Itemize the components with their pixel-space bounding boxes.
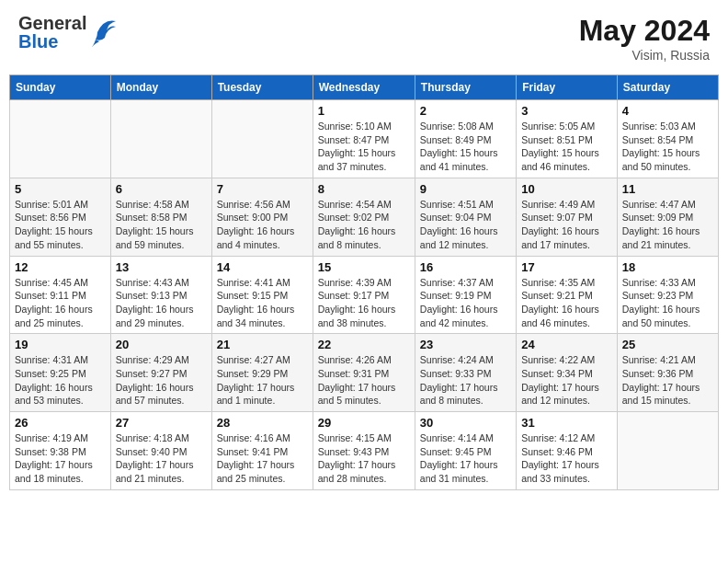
weekday-header-wednesday: Wednesday: [313, 75, 415, 100]
calendar-week-3: 12Sunrise: 4:45 AM Sunset: 9:11 PM Dayli…: [10, 256, 719, 334]
calendar-cell: 16Sunrise: 4:37 AM Sunset: 9:19 PM Dayli…: [415, 256, 516, 334]
calendar-week-5: 26Sunrise: 4:19 AM Sunset: 9:38 PM Dayli…: [10, 412, 719, 490]
day-info: Sunrise: 4:58 AM Sunset: 8:58 PM Dayligh…: [116, 198, 207, 252]
weekday-header-thursday: Thursday: [415, 75, 516, 100]
calendar-cell: 23Sunrise: 4:24 AM Sunset: 9:33 PM Dayli…: [415, 334, 516, 412]
calendar-cell: 26Sunrise: 4:19 AM Sunset: 9:38 PM Dayli…: [10, 412, 111, 490]
day-info: Sunrise: 4:39 AM Sunset: 9:17 PM Dayligh…: [318, 276, 410, 330]
day-info: Sunrise: 4:16 AM Sunset: 9:41 PM Dayligh…: [217, 431, 308, 486]
logo-blue: Blue: [18, 32, 86, 51]
calendar-cell: 18Sunrise: 4:33 AM Sunset: 9:23 PM Dayli…: [617, 256, 718, 334]
title-block: May 2024 Visim, Russia: [579, 14, 710, 63]
calendar-cell: 21Sunrise: 4:27 AM Sunset: 9:29 PM Dayli…: [211, 334, 313, 412]
calendar-cell: [211, 100, 313, 178]
day-info: Sunrise: 4:37 AM Sunset: 9:19 PM Dayligh…: [420, 276, 511, 330]
calendar-week-1: 1Sunrise: 5:10 AM Sunset: 8:47 PM Daylig…: [10, 100, 719, 178]
day-info: Sunrise: 4:22 AM Sunset: 9:34 PM Dayligh…: [521, 353, 612, 408]
day-number: 25: [622, 338, 713, 351]
day-number: 13: [116, 260, 207, 274]
day-number: 7: [217, 182, 308, 196]
day-number: 23: [420, 338, 511, 351]
day-info: Sunrise: 4:27 AM Sunset: 9:29 PM Dayligh…: [217, 353, 308, 408]
day-info: Sunrise: 5:03 AM Sunset: 8:54 PM Dayligh…: [622, 120, 713, 174]
logo: General Blue: [18, 14, 118, 51]
day-number: 22: [318, 338, 410, 351]
day-info: Sunrise: 4:15 AM Sunset: 9:43 PM Dayligh…: [318, 431, 410, 486]
calendar-cell: 20Sunrise: 4:29 AM Sunset: 9:27 PM Dayli…: [110, 334, 211, 412]
weekday-header-sunday: Sunday: [10, 75, 111, 100]
day-info: Sunrise: 5:05 AM Sunset: 8:51 PM Dayligh…: [521, 120, 612, 174]
calendar-cell: 12Sunrise: 4:45 AM Sunset: 9:11 PM Dayli…: [10, 256, 111, 334]
calendar-cell: 3Sunrise: 5:05 AM Sunset: 8:51 PM Daylig…: [517, 100, 618, 178]
calendar-cell: 6Sunrise: 4:58 AM Sunset: 8:58 PM Daylig…: [110, 178, 211, 256]
day-info: Sunrise: 4:12 AM Sunset: 9:46 PM Dayligh…: [521, 431, 612, 486]
calendar-cell: 22Sunrise: 4:26 AM Sunset: 9:31 PM Dayli…: [313, 334, 415, 412]
calendar-body: 1Sunrise: 5:10 AM Sunset: 8:47 PM Daylig…: [10, 100, 719, 490]
day-info: Sunrise: 5:08 AM Sunset: 8:49 PM Dayligh…: [420, 120, 511, 174]
day-info: Sunrise: 4:56 AM Sunset: 9:00 PM Dayligh…: [217, 198, 308, 252]
day-number: 9: [420, 182, 511, 196]
day-info: Sunrise: 4:31 AM Sunset: 9:25 PM Dayligh…: [15, 353, 106, 408]
day-info: Sunrise: 4:49 AM Sunset: 9:07 PM Dayligh…: [521, 198, 612, 252]
day-info: Sunrise: 5:01 AM Sunset: 8:56 PM Dayligh…: [15, 198, 106, 252]
weekday-header-monday: Monday: [110, 75, 211, 100]
day-number: 5: [15, 182, 106, 196]
day-number: 26: [15, 416, 106, 430]
calendar-cell: 28Sunrise: 4:16 AM Sunset: 9:41 PM Dayli…: [211, 412, 313, 490]
calendar-cell: 15Sunrise: 4:39 AM Sunset: 9:17 PM Dayli…: [313, 256, 415, 334]
calendar-cell: 27Sunrise: 4:18 AM Sunset: 9:40 PM Dayli…: [110, 412, 211, 490]
calendar-cell: 31Sunrise: 4:12 AM Sunset: 9:46 PM Dayli…: [517, 412, 618, 490]
calendar-cell: 19Sunrise: 4:31 AM Sunset: 9:25 PM Dayli…: [10, 334, 111, 412]
day-info: Sunrise: 4:33 AM Sunset: 9:23 PM Dayligh…: [622, 276, 713, 330]
weekday-header-friday: Friday: [517, 75, 618, 100]
day-info: Sunrise: 4:47 AM Sunset: 9:09 PM Dayligh…: [622, 198, 713, 252]
day-number: 11: [622, 182, 713, 196]
calendar-week-2: 5Sunrise: 5:01 AM Sunset: 8:56 PM Daylig…: [10, 178, 719, 256]
calendar-cell: [10, 100, 111, 178]
calendar-cell: 14Sunrise: 4:41 AM Sunset: 9:15 PM Dayli…: [211, 256, 313, 334]
logo-bird-icon: [90, 14, 118, 51]
day-number: 8: [318, 182, 410, 196]
calendar-cell: [110, 100, 211, 178]
calendar-cell: [617, 412, 718, 490]
day-info: Sunrise: 4:24 AM Sunset: 9:33 PM Dayligh…: [420, 353, 511, 408]
day-number: 29: [318, 416, 410, 430]
calendar-cell: 17Sunrise: 4:35 AM Sunset: 9:21 PM Dayli…: [517, 256, 618, 334]
calendar-week-4: 19Sunrise: 4:31 AM Sunset: 9:25 PM Dayli…: [10, 334, 719, 412]
calendar-cell: 5Sunrise: 5:01 AM Sunset: 8:56 PM Daylig…: [10, 178, 111, 256]
calendar-cell: 1Sunrise: 5:10 AM Sunset: 8:47 PM Daylig…: [313, 100, 415, 178]
month-title: May 2024: [579, 14, 710, 48]
calendar-cell: 4Sunrise: 5:03 AM Sunset: 8:54 PM Daylig…: [617, 100, 718, 178]
day-info: Sunrise: 4:51 AM Sunset: 9:04 PM Dayligh…: [420, 198, 511, 252]
calendar-cell: 30Sunrise: 4:14 AM Sunset: 9:45 PM Dayli…: [415, 412, 516, 490]
logo-general: General: [18, 14, 86, 32]
day-info: Sunrise: 4:45 AM Sunset: 9:11 PM Dayligh…: [15, 276, 106, 330]
day-info: Sunrise: 4:35 AM Sunset: 9:21 PM Dayligh…: [521, 276, 612, 330]
weekday-header-tuesday: Tuesday: [211, 75, 313, 100]
day-number: 30: [420, 416, 511, 430]
calendar-cell: 7Sunrise: 4:56 AM Sunset: 9:00 PM Daylig…: [211, 178, 313, 256]
calendar-cell: 2Sunrise: 5:08 AM Sunset: 8:49 PM Daylig…: [415, 100, 516, 178]
day-info: Sunrise: 4:18 AM Sunset: 9:40 PM Dayligh…: [116, 431, 207, 486]
day-number: 6: [116, 182, 207, 196]
day-number: 14: [217, 260, 308, 274]
day-info: Sunrise: 4:21 AM Sunset: 9:36 PM Dayligh…: [622, 353, 713, 408]
calendar-cell: 13Sunrise: 4:43 AM Sunset: 9:13 PM Dayli…: [110, 256, 211, 334]
day-number: 3: [521, 104, 612, 118]
day-number: 18: [622, 260, 713, 274]
calendar-table: SundayMondayTuesdayWednesdayThursdayFrid…: [9, 75, 719, 490]
location: Visim, Russia: [579, 48, 710, 63]
day-number: 31: [521, 416, 612, 430]
day-number: 21: [217, 338, 308, 351]
day-number: 19: [15, 338, 106, 351]
day-number: 17: [521, 260, 612, 274]
day-number: 24: [521, 338, 612, 351]
calendar-cell: 25Sunrise: 4:21 AM Sunset: 9:36 PM Dayli…: [617, 334, 718, 412]
day-info: Sunrise: 4:41 AM Sunset: 9:15 PM Dayligh…: [217, 276, 308, 330]
day-number: 28: [217, 416, 308, 430]
day-info: Sunrise: 4:14 AM Sunset: 9:45 PM Dayligh…: [420, 431, 511, 486]
day-number: 12: [15, 260, 106, 274]
day-number: 16: [420, 260, 511, 274]
day-number: 15: [318, 260, 410, 274]
weekday-header-row: SundayMondayTuesdayWednesdayThursdayFrid…: [10, 75, 719, 100]
